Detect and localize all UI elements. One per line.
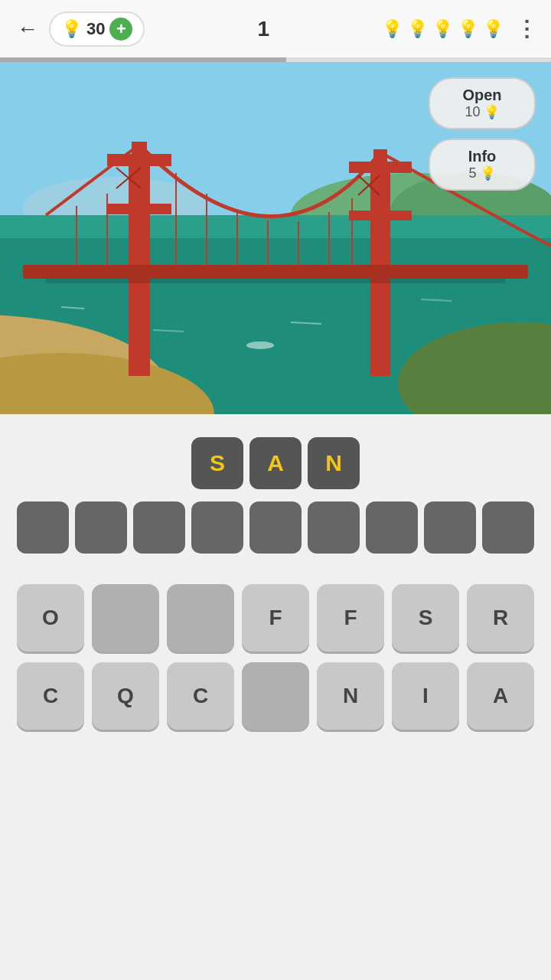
header-right: 💡 💡 💡 💡 💡 ⋮	[382, 16, 537, 41]
menu-button[interactable]: ⋮	[516, 16, 537, 41]
key-f1[interactable]: F	[242, 584, 309, 652]
answer-tile-a[interactable]: A	[249, 437, 302, 489]
key-q[interactable]: Q	[92, 662, 159, 730]
key-f2[interactable]: F	[317, 584, 384, 652]
keyboard-row-1: O F F S R	[17, 584, 534, 652]
back-button[interactable]: ←	[14, 14, 41, 44]
open-label: Open	[447, 87, 517, 104]
info-cost-bulb: 💡	[480, 165, 496, 181]
key-a[interactable]: A	[467, 662, 534, 730]
key-empty-3	[242, 662, 309, 730]
open-cost: 10 💡	[447, 104, 517, 120]
header: ← 💡 30 + 1 💡 💡 💡 💡 💡 ⋮	[0, 0, 551, 57]
key-o[interactable]: O	[17, 584, 84, 652]
overlay-buttons: Open 10 💡 Info 5 💡	[429, 77, 536, 191]
key-c2[interactable]: C	[167, 662, 234, 730]
svg-point-36	[246, 341, 274, 349]
life-2: 💡	[407, 19, 428, 39]
life-5: 💡	[483, 19, 504, 39]
answer-tile-n[interactable]: N	[308, 437, 360, 489]
key-i[interactable]: I	[392, 662, 459, 730]
answered-row: S A N	[191, 437, 360, 489]
key-empty-1	[92, 584, 159, 652]
info-label: Info	[447, 148, 517, 165]
key-c1[interactable]: C	[17, 662, 84, 730]
image-section: Open 10 💡 Info 5 💡	[0, 62, 551, 414]
life-1: 💡	[382, 19, 403, 39]
coins-count: 30	[86, 19, 105, 39]
bulb-icon: 💡	[61, 19, 82, 39]
info-button[interactable]: Info 5 💡	[429, 139, 536, 191]
open-cost-bulb: 💡	[484, 104, 500, 120]
life-4: 💡	[458, 19, 478, 39]
level-number: 1	[257, 17, 269, 41]
answer-section: S A N	[0, 414, 551, 561]
header-left: ← 💡 30 +	[14, 11, 145, 47]
keyboard-row-2: C Q C N I A	[17, 662, 534, 730]
info-cost: 5 💡	[447, 165, 517, 181]
blank-tile-2[interactable]	[75, 501, 127, 554]
blank-tile-4[interactable]	[191, 501, 243, 554]
svg-rect-27	[46, 279, 505, 283]
answer-tile-s[interactable]: S	[191, 437, 243, 489]
blank-tile-8[interactable]	[424, 501, 476, 554]
key-n[interactable]: N	[317, 662, 384, 730]
blank-tile-6[interactable]	[308, 501, 360, 554]
key-r[interactable]: R	[467, 584, 534, 652]
blank-tile-9[interactable]	[482, 501, 534, 554]
keyboard-section: O F F S R C Q C N I A	[0, 561, 551, 745]
svg-rect-15	[349, 211, 412, 220]
blank-row	[17, 501, 534, 554]
blank-tile-7[interactable]	[366, 501, 418, 554]
add-coins-button[interactable]: +	[109, 18, 132, 41]
coins-display: 💡 30 +	[49, 11, 145, 47]
svg-rect-11	[107, 204, 171, 214]
svg-rect-26	[23, 265, 528, 279]
key-empty-2	[167, 584, 234, 652]
blank-tile-3[interactable]	[133, 501, 185, 554]
blank-tile-5[interactable]	[249, 501, 302, 554]
life-3: 💡	[432, 19, 453, 39]
key-s[interactable]: S	[392, 584, 459, 652]
open-button[interactable]: Open 10 💡	[429, 77, 536, 129]
blank-tile-1[interactable]	[17, 501, 69, 554]
lives-display: 💡 💡 💡 💡 💡	[382, 19, 504, 39]
